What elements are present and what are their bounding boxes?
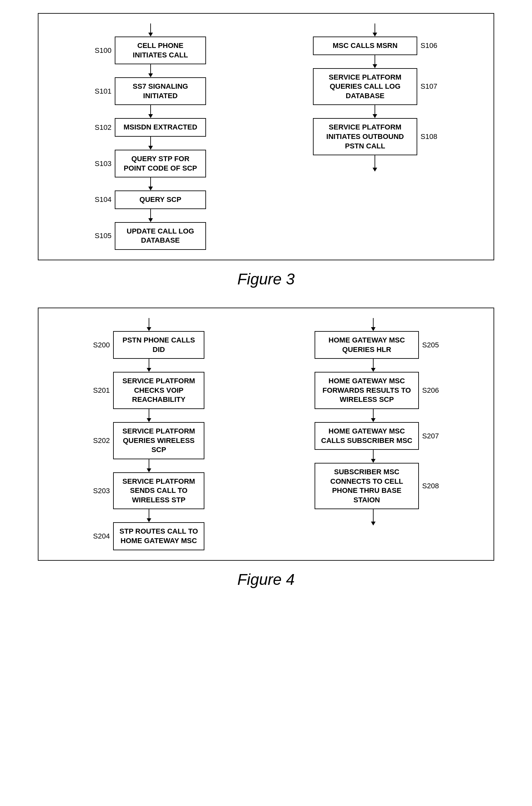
f4arrow2 <box>146 409 152 422</box>
svg-marker-21 <box>147 327 151 331</box>
fig4-final-arrow <box>370 509 377 526</box>
fig3-s101-label: S101 <box>89 87 112 95</box>
fig4-initial-arrow <box>146 318 152 331</box>
svg-marker-37 <box>371 459 376 463</box>
fig3-right-column: MSC CALLS MSRN S106 SERVICE PLATFORM QUE… <box>306 23 443 171</box>
fig4-s201-box: SERVICE PLATFORM CHECKS VOIP REACHABILIT… <box>113 372 204 409</box>
svg-marker-33 <box>371 368 376 372</box>
fig3-step-s102: S102 MSISDN EXTRACTED <box>89 118 212 137</box>
fig3-s108-box: SERVICE PLATFORM INITIATES OUTBOUND PSTN… <box>313 118 417 155</box>
svg-marker-15 <box>373 64 377 68</box>
fig4-s207-box: HOME GATEWAY MSC CALLS SUBSCRIBER MSC <box>315 422 419 450</box>
fig4-s202-box: SERVICE PLATFORM QUERIES WIRELESS SCP <box>113 422 204 459</box>
arrow2 <box>147 105 154 118</box>
arrow3 <box>147 137 154 150</box>
f4arrow3 <box>146 459 152 472</box>
arrow7 <box>372 105 378 118</box>
fig4-s205-box: HOME GATEWAY MSC QUERIES HLR <box>315 331 419 359</box>
fig3-final-arrow <box>372 155 378 171</box>
figure3-section: S100 CELL PHONE INITIATES CALL S101 SS7 … <box>38 13 494 288</box>
fig3-step-s105: S105 UPDATE CALL LOG DATABASE <box>89 222 212 250</box>
fig3-right-initial-arrow <box>372 23 378 37</box>
fig3-step-s103: S103 QUERY STP FOR POINT CODE OF SCP <box>89 150 212 178</box>
fig3-s105-box: UPDATE CALL LOG DATABASE <box>115 222 206 250</box>
fig3-s102-label: S102 <box>89 123 112 132</box>
fig3-s102-box: MSISDN EXTRACTED <box>115 118 206 137</box>
fig3-step-s104: S104 QUERY SCP <box>89 190 212 209</box>
svg-marker-39 <box>371 521 376 526</box>
fig4-right-column: HOME GATEWAY MSC QUERIES HLR S205 HOME G… <box>302 318 445 526</box>
fig4-left-column: S200 PSTN PHONE CALLS DID S201 SERVICE P… <box>87 318 211 550</box>
f4arrow8 <box>370 450 377 463</box>
fig4-s208-box: SUBSCRIBER MSC CONNECTS TO CELL PHONE TH… <box>315 463 419 509</box>
fig4-s206-box: HOME GATEWAY MSC FORWARDS RESULTS TO WIR… <box>315 372 419 409</box>
fig4-step-s201: S201 SERVICE PLATFORM CHECKS VOIP REACHA… <box>87 372 211 409</box>
fig3-step-s106: MSC CALLS MSRN S106 <box>306 37 443 55</box>
fig4-step-s206: HOME GATEWAY MSC FORWARDS RESULTS TO WIR… <box>302 372 445 409</box>
fig4-s204-label: S204 <box>87 532 110 541</box>
fig3-left-column: S100 CELL PHONE INITIATES CALL S101 SS7 … <box>89 23 212 250</box>
fig3-s100-label: S100 <box>89 46 112 55</box>
fig4-s203-box: SERVICE PLATFORM SENDS CALL TO WIRELESS … <box>113 472 204 510</box>
f4arrow7 <box>370 409 377 422</box>
fig4-step-s203: S203 SERVICE PLATFORM SENDS CALL TO WIRE… <box>87 472 211 510</box>
figure4-title: Figure 4 <box>38 570 494 588</box>
fig4-step-s202: S202 SERVICE PLATFORM QUERIES WIRELESS S… <box>87 422 211 459</box>
svg-marker-23 <box>147 368 151 372</box>
fig3-s107-label: S107 <box>420 82 443 91</box>
svg-marker-31 <box>371 327 376 331</box>
fig4-right-initial-arrow <box>370 318 377 331</box>
fig3-step-s108: SERVICE PLATFORM INITIATES OUTBOUND PSTN… <box>306 118 443 155</box>
fig4-s202-label: S202 <box>87 436 110 445</box>
svg-marker-9 <box>148 187 153 190</box>
svg-marker-35 <box>371 418 376 422</box>
fig3-s106-label: S106 <box>420 41 443 50</box>
fig4-step-s207: HOME GATEWAY MSC CALLS SUBSCRIBER MSC S2… <box>302 422 445 450</box>
svg-marker-19 <box>373 168 377 171</box>
fig4-s205-label: S205 <box>422 341 445 349</box>
fig4-s203-label: S203 <box>87 487 110 495</box>
f4arrow4 <box>146 509 152 522</box>
fig4-s207-label: S207 <box>422 432 445 440</box>
fig3-s104-box: QUERY SCP <box>115 190 206 209</box>
arrow6 <box>372 55 378 68</box>
fig4-s200-box: PSTN PHONE CALLS DID <box>113 331 204 359</box>
fig3-step-s107: SERVICE PLATFORM QUERIES CALL LOG DATABA… <box>306 68 443 105</box>
arrow1 <box>147 64 154 77</box>
svg-marker-5 <box>148 114 153 118</box>
fig4-step-s204: S204 STP ROUTES CALL TO HOME GATEWAY MSC <box>87 522 211 550</box>
fig3-step-s100: S100 CELL PHONE INITIATES CALL <box>89 37 212 64</box>
svg-marker-1 <box>148 33 153 37</box>
fig3-initial-arrow <box>147 23 154 37</box>
svg-marker-27 <box>147 469 151 472</box>
f4arrow6 <box>370 359 377 372</box>
fig4-s200-label: S200 <box>87 341 110 349</box>
fig4-step-s200: S200 PSTN PHONE CALLS DID <box>87 331 211 359</box>
fig4-step-s208: SUBSCRIBER MSC CONNECTS TO CELL PHONE TH… <box>302 463 445 509</box>
svg-marker-13 <box>373 33 377 37</box>
arrow5 <box>147 209 154 222</box>
fig4-s208-label: S208 <box>422 482 445 490</box>
page-container: S100 CELL PHONE INITIATES CALL S101 SS7 … <box>20 13 512 588</box>
fig3-s103-label: S103 <box>89 160 112 168</box>
svg-marker-11 <box>148 218 153 222</box>
arrow4 <box>147 178 154 190</box>
fig3-s106-box: MSC CALLS MSRN <box>313 37 417 55</box>
fig3-s101-box: SS7 SIGNALING INITIATED <box>115 77 206 105</box>
figure4-section: S200 PSTN PHONE CALLS DID S201 SERVICE P… <box>38 308 494 588</box>
fig4-s204-box: STP ROUTES CALL TO HOME GATEWAY MSC <box>113 522 204 550</box>
fig3-s103-box: QUERY STP FOR POINT CODE OF SCP <box>115 150 206 178</box>
fig3-s100-box: CELL PHONE INITIATES CALL <box>115 37 206 64</box>
fig3-s105-label: S105 <box>89 232 112 240</box>
svg-marker-17 <box>373 114 377 118</box>
fig4-s201-label: S201 <box>87 386 110 395</box>
svg-marker-3 <box>148 73 153 77</box>
fig4-step-s205: HOME GATEWAY MSC QUERIES HLR S205 <box>302 331 445 359</box>
fig3-s108-label: S108 <box>420 132 443 141</box>
f4arrow1 <box>146 359 152 372</box>
fig3-step-s101: S101 SS7 SIGNALING INITIATED <box>89 77 212 105</box>
svg-marker-25 <box>147 418 151 422</box>
fig3-s104-label: S104 <box>89 195 112 204</box>
fig3-s107-box: SERVICE PLATFORM QUERIES CALL LOG DATABA… <box>313 68 417 105</box>
fig4-s206-label: S206 <box>422 386 445 395</box>
